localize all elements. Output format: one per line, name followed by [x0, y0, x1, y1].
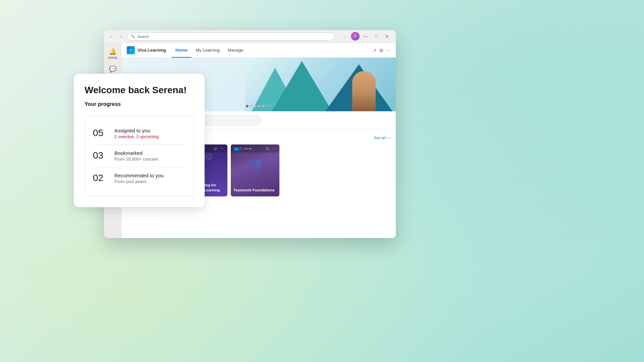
dot-1[interactable] [246, 105, 249, 107]
chat-icon: 💬 [109, 65, 116, 73]
minimize-button[interactable]: — [361, 32, 370, 41]
welcome-card-wrapper: Welcome back Serena! Your progress 05 As… [74, 74, 205, 207]
more-icon[interactable]: ··· [271, 146, 277, 151]
recommended-info: Recommended to you From your peers [114, 173, 164, 184]
bookmark-icon[interactable]: ⊡ [265, 146, 270, 151]
course-card-teamwork[interactable]: in 👥 Teamwork Foundations ★ 4 👤 101.9k [231, 144, 279, 196]
bookmarked-info: Bookmarked From 10,000+ courses [114, 150, 158, 162]
mountain-center [272, 61, 332, 111]
close-button[interactable]: ✕ [382, 32, 392, 41]
maximize-button[interactable]: □ [372, 32, 381, 41]
learners-count: 101.9k [244, 147, 252, 150]
nav-my-learning[interactable]: My Learning [192, 43, 224, 58]
nav-back-button[interactable]: ‹ [108, 33, 115, 40]
see-all-button[interactable]: See all ‹ › [374, 136, 390, 140]
progress-label: Your progress [85, 101, 194, 107]
chevron-right-icon: › [389, 136, 390, 140]
card-actions: ⊡ ··· [213, 146, 225, 151]
expand-icon[interactable]: ⊞ [379, 48, 383, 53]
search-icon: 🔍 [130, 34, 135, 39]
hero-image [245, 58, 396, 111]
progress-item-assigned[interactable]: 05 Assigned to you 2 overdue, 3 upcoming [93, 122, 185, 145]
browser-titlebar: ‹ › 🔍 Search ··· S — □ ✕ [104, 30, 396, 43]
provider-badge-linkedin: in [233, 147, 239, 151]
assigned-title: Assigned to you [114, 128, 159, 133]
welcome-title: Welcome back Serena! [85, 84, 194, 96]
assigned-count: 05 [93, 128, 108, 138]
address-bar[interactable]: 🔍 Search [127, 33, 335, 41]
assigned-info: Assigned to you 2 overdue, 3 upcoming [114, 128, 159, 139]
progress-item-recommended[interactable]: 02 Recommended to you From your peers [93, 167, 185, 189]
activity-label: Activity [108, 56, 117, 59]
header-actions: ↗ ⊞ ··· [373, 47, 390, 53]
learner-icon: 👤 [239, 147, 243, 150]
dot-6[interactable] [266, 105, 268, 107]
viva-header: V Viva Learning Home My Learning Manage … [121, 43, 396, 58]
share-icon[interactable]: ↗ [373, 48, 377, 53]
user-avatar[interactable]: S [351, 32, 360, 41]
bookmark-icon[interactable]: ⊡ [213, 146, 218, 151]
more-options-icon[interactable]: ··· [386, 47, 390, 53]
assigned-subtitle: 2 overdue, 3 upcoming [114, 134, 159, 139]
hero-person [352, 71, 376, 111]
recommended-subtitle: From your peers [114, 179, 164, 184]
nav-home[interactable]: Home [171, 43, 192, 58]
dot-2[interactable] [250, 105, 253, 107]
viva-app-name: Viva Learning [138, 48, 166, 53]
recommended-title: Recommended to you [114, 173, 164, 178]
bell-icon: 🔔 [109, 48, 116, 55]
progress-item-bookmarked[interactable]: 03 Bookmarked From 10,000+ courses [93, 145, 185, 167]
dot-5[interactable] [262, 105, 265, 107]
bookmarked-title: Bookmarked [114, 150, 158, 156]
people-illustration: 👥 [231, 151, 279, 175]
address-text: Search [137, 35, 149, 39]
nav-manage[interactable]: Manage [224, 43, 248, 58]
bookmarked-subtitle: From 10,000+ courses [114, 157, 158, 162]
window-controls: ··· S — □ ✕ [340, 32, 392, 41]
viva-navigation: Home My Learning Manage [171, 43, 248, 58]
card-actions: ⊡ ··· [265, 146, 277, 151]
bookmarked-count: 03 [93, 150, 108, 161]
card-title: Teamwork Foundations [233, 188, 277, 192]
sidebar-item-activity[interactable]: 🔔 Activity [106, 46, 119, 62]
more-icon[interactable]: ··· [219, 146, 225, 151]
dot-4[interactable] [258, 105, 261, 107]
welcome-card: Welcome back Serena! Your progress 05 As… [74, 74, 205, 207]
progress-card: 05 Assigned to you 2 overdue, 3 upcoming… [85, 115, 194, 196]
chevron-left-icon: ‹ [387, 136, 388, 140]
dot-7[interactable] [270, 105, 271, 107]
menu-button[interactable]: ··· [340, 32, 350, 41]
viva-logo: V [127, 46, 135, 54]
card-info: Teamwork Foundations [231, 185, 279, 196]
recommended-count: 02 [93, 173, 108, 183]
gear-icon-right: ⚙ [205, 151, 213, 162]
carousel-dots [246, 105, 271, 107]
dot-3[interactable] [254, 105, 257, 107]
viva-logo-text: V [130, 49, 131, 52]
nav-forward-button[interactable]: › [117, 33, 124, 40]
